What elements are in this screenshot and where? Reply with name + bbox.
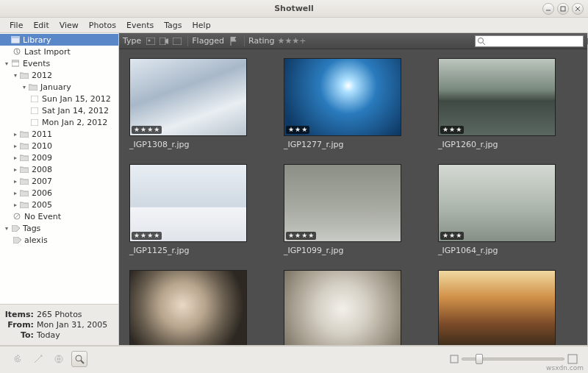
sidebar-item-no-event[interactable]: No Event [0, 210, 118, 222]
photo-card[interactable] [284, 270, 401, 345]
sidebar-item-tag-alexis[interactable]: alexis [0, 234, 118, 246]
sidebar-label: 2006 [32, 188, 52, 198]
menu-view[interactable]: View [54, 19, 84, 32]
sidebar-label: January [40, 82, 71, 92]
rating-star-3[interactable]: ★ [292, 36, 299, 46]
maximize-button[interactable] [557, 3, 569, 15]
menu-events[interactable]: Events [121, 19, 159, 32]
title-bar: Shotwell [0, 0, 588, 18]
window-controls [542, 3, 584, 15]
menu-edit[interactable]: Edit [28, 19, 54, 32]
type-videos-icon[interactable] [158, 35, 170, 47]
svg-point-24 [76, 355, 82, 361]
sidebar-item-2006[interactable]: ▸2006 [0, 187, 118, 199]
zoom-slider-thumb[interactable] [476, 354, 483, 364]
events-icon [10, 59, 21, 68]
zoom-out-icon[interactable] [450, 355, 459, 363]
chevron-down-icon[interactable]: ▾ [3, 225, 10, 232]
sidebar-label: No Event [24, 212, 61, 221]
rating-star-1[interactable]: ★ [278, 36, 285, 46]
chevron-right-icon[interactable]: ▸ [12, 178, 19, 185]
photo-card[interactable]: ★★★★_IGP1308_r.jpg [129, 58, 247, 149]
photo-thumbnail[interactable] [129, 270, 247, 345]
sidebar-item-date[interactable]: Sun Jan 15, 2012 [0, 93, 118, 104]
photo-card[interactable] [438, 270, 556, 345]
svg-rect-1 [561, 7, 565, 11]
sidebar-label: 2011 [32, 129, 52, 139]
chevron-right-icon[interactable]: ▸ [12, 143, 19, 149]
photo-card[interactable]: ★★★_IGP1064_r.jpg [438, 164, 556, 255]
photo-card[interactable]: ★★★★_IGP1099_r.jpg [284, 164, 401, 255]
publish-button[interactable] [51, 351, 67, 367]
svg-line-25 [81, 360, 84, 363]
rating-plus[interactable]: + [299, 36, 306, 46]
chevron-right-icon[interactable]: ▸ [12, 131, 19, 138]
sidebar-item-2009[interactable]: ▸2009 [0, 152, 118, 163]
photo-thumbnail[interactable]: ★★★★ [129, 164, 247, 242]
folder-icon [19, 177, 29, 185]
photo-thumbnail[interactable] [284, 270, 401, 345]
sidebar-label: Sat Jan 14, 2012 [42, 106, 109, 116]
sidebar-label: Mon Jan 2, 2012 [42, 118, 107, 127]
folder-icon [19, 129, 29, 138]
close-button[interactable] [572, 3, 584, 15]
menu-file[interactable]: File [4, 19, 28, 32]
sidebar-item-tags[interactable]: ▾Tags [0, 222, 118, 234]
photo-card[interactable] [129, 270, 247, 345]
photo-card[interactable]: ★★★★_IGP1125_r.jpg [129, 164, 247, 255]
sidebar-item-2005[interactable]: ▸2005 [0, 199, 118, 210]
watermark: wsxdn.com [546, 364, 584, 372]
search-box[interactable] [475, 35, 584, 47]
sidebar-item-january[interactable]: ▾ January [0, 81, 118, 93]
svg-rect-16 [159, 38, 165, 45]
rotate-left-button[interactable] [10, 351, 26, 367]
chevron-down-icon[interactable]: ▾ [12, 72, 19, 79]
photo-thumbnail[interactable]: ★★★ [438, 58, 556, 136]
sidebar-label: alexis [24, 235, 48, 245]
rating-overlay: ★★★ [286, 126, 309, 134]
menu-tags[interactable]: Tags [159, 19, 187, 32]
chevron-right-icon[interactable]: ▸ [12, 154, 19, 161]
photo-thumbnail[interactable] [438, 270, 556, 345]
photo-thumbnail[interactable]: ★★★ [284, 58, 401, 136]
enhance-button[interactable] [30, 351, 46, 367]
sidebar-item-2011[interactable]: ▸2011 [0, 128, 118, 140]
chevron-down-icon[interactable]: ▾ [3, 60, 10, 67]
photo-thumbnail[interactable]: ★★★ [438, 164, 556, 242]
photo-thumbnail[interactable]: ★★★★ [284, 164, 401, 242]
chevron-right-icon[interactable]: ▸ [12, 202, 19, 208]
sidebar-item-library[interactable]: Library [0, 34, 118, 46]
sidebar-item-2007[interactable]: ▸2007 [0, 175, 118, 187]
type-photos-icon[interactable] [145, 35, 157, 47]
sidebar-item-2012[interactable]: ▾ 2012 [0, 69, 118, 81]
svg-rect-27 [568, 355, 577, 363]
zoom-slider[interactable] [462, 358, 564, 360]
meta-to-value: Today [37, 330, 60, 340]
sidebar-item-date[interactable]: Sat Jan 14, 2012 [0, 104, 118, 116]
photo-card[interactable]: ★★★_IGP1260_r.jpg [438, 58, 556, 149]
type-label: Type [123, 36, 141, 46]
minimize-button[interactable] [542, 3, 554, 15]
sidebar-item-date[interactable]: Mon Jan 2, 2012 [0, 116, 118, 128]
sidebar-item-2008[interactable]: ▸2008 [0, 163, 118, 175]
menu-help[interactable]: Help [187, 19, 216, 32]
sidebar-item-events[interactable]: ▾ Events [0, 57, 118, 69]
photo-card[interactable]: ★★★_IGP1277_r.jpg [284, 58, 401, 149]
search-input[interactable] [486, 37, 587, 46]
event-icon [29, 106, 40, 115]
sidebar-item-2010[interactable]: ▸2010 [0, 140, 118, 152]
find-button[interactable] [71, 351, 87, 367]
chevron-right-icon[interactable]: ▸ [12, 166, 19, 173]
flag-icon[interactable] [228, 35, 240, 47]
sidebar-item-last-import[interactable]: Last Import [0, 46, 118, 57]
sidebar-label: 2005 [32, 200, 52, 210]
menu-photos[interactable]: Photos [84, 19, 121, 32]
thumbnail-grid[interactable]: ★★★★_IGP1308_r.jpg★★★_IGP1277_r.jpg★★★_I… [119, 49, 587, 345]
chevron-down-icon[interactable]: ▾ [21, 84, 28, 90]
rating-star-2[interactable]: ★ [284, 36, 292, 46]
type-raw-icon[interactable] [171, 35, 183, 47]
zoom-in-icon[interactable] [567, 354, 578, 364]
photo-thumbnail[interactable]: ★★★★ [129, 58, 247, 136]
chevron-right-icon[interactable]: ▸ [12, 190, 19, 196]
svg-rect-14 [146, 38, 155, 45]
